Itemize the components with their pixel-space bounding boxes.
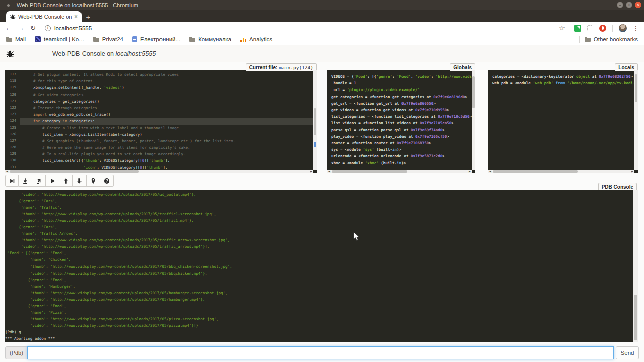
where-button[interactable] (87, 175, 100, 187)
scroll-right-icon[interactable]: ▶ (630, 170, 634, 173)
pdb-command-input[interactable] (27, 346, 614, 359)
code-text: for category in categories: (20, 118, 313, 124)
code-line: 130 list_item.setArt({'thumb': VIDEOS[ca… (5, 157, 313, 164)
back-icon[interactable]: ← (5, 25, 12, 31)
up-button[interactable] (59, 175, 73, 187)
scroll-left-icon[interactable]: ◀ (488, 170, 492, 173)
line-number: 131 (5, 164, 20, 170)
console-line: 'video': 'http://www.vidsplay.com/wp-con… (5, 243, 633, 250)
code-line: 127 # Set graphics (thumbnail, fanart, b… (5, 138, 313, 144)
locals-line: categories = <dictionary-keyiterator obj… (488, 73, 634, 80)
reload-icon[interactable]: ↻ (30, 25, 36, 31)
scrollbar-thumb[interactable] (634, 295, 637, 340)
step-into-button[interactable] (19, 175, 32, 187)
url-text[interactable]: localhost:5555 (54, 25, 92, 31)
scroll-left-icon[interactable]: ◀ (5, 170, 9, 173)
code-horizontal-scrollbar[interactable]: ◀ ▶ (5, 170, 313, 173)
minimize-button[interactable]: – (617, 2, 623, 8)
console-line: {'genre': 'Food', (5, 277, 633, 283)
code-line: 129 # In a real-life plugin you need to … (5, 151, 313, 157)
code-line: 119 xbmcplugin.setContent(_handle, 'vide… (5, 84, 313, 91)
globals-line: get_url = <function get_url at 0x7f9e6a8… (327, 100, 472, 107)
continue-button[interactable] (46, 175, 59, 187)
tab-title: Web-PDB Console on loca (18, 14, 72, 20)
site-info-icon[interactable]: i (45, 25, 51, 31)
globals-vertical-scrollbar[interactable] (472, 70, 475, 170)
close-button[interactable]: × (635, 2, 641, 8)
line-number: 121 (5, 98, 20, 105)
step-out-button[interactable] (32, 175, 46, 187)
locals-panel: Locals categories = <dictionary-keyitera… (488, 70, 638, 173)
send-button[interactable]: Send (616, 346, 639, 359)
line-number: 118 (5, 78, 20, 84)
up-icon (63, 178, 69, 184)
globals-line: parse_qsl = <function parse_qsl at 0x7f9… (327, 127, 472, 133)
extension-icon-red[interactable] (599, 25, 606, 32)
scrollbar-thumb[interactable] (314, 108, 316, 135)
scroll-left-icon[interactable]: ◀ (327, 170, 331, 173)
scrollbar-thumb[interactable] (493, 170, 578, 173)
down-button[interactable] (73, 175, 87, 187)
bookmark-item[interactable]: Коммуналка (189, 36, 231, 42)
bookmark-item[interactable]: teamkodi | Ko... (35, 36, 84, 42)
bookmarks-list: Mailteamkodi | Ko...Privat24Електронний.… (6, 36, 272, 42)
step-next-button[interactable] (5, 175, 19, 187)
profile-avatar[interactable] (619, 24, 627, 32)
current-file-name: main.py(124) (279, 65, 313, 70)
globals-line: urlencode = <function urlencode at 0x7f9… (327, 153, 472, 159)
locals-horizontal-scrollbar[interactable]: ◀ ▶ (488, 170, 634, 173)
help-button[interactable] (100, 175, 114, 187)
extension-icon-green[interactable] (574, 25, 581, 32)
page-header: Web-PDB Console on localhost:5555 (0, 45, 644, 62)
console-line: 'thumb': 'http://www.vidsplay.com/wp-con… (5, 211, 633, 217)
globals-line: _handle = 1 (327, 80, 472, 86)
bookmark-item[interactable]: Електронний... (132, 36, 180, 42)
locals-vertical-scrollbar[interactable] (634, 70, 638, 170)
console-line: 'video': 'http://www.vidsplay.com/wp-con… (5, 191, 633, 198)
bookmark-star-icon[interactable]: ☆ (559, 24, 565, 32)
step-out-icon (36, 178, 42, 184)
globals-horizontal-scrollbar[interactable]: ◀ ▶ (327, 170, 472, 173)
new-tab-button[interactable]: + (82, 12, 95, 22)
console-vertical-scrollbar[interactable] (633, 190, 638, 342)
globals-line: play_video = <function play_video at 0x7… (327, 133, 472, 140)
bug-icon (6, 50, 14, 58)
page-title: Web-PDB Console on localhost:5555 (52, 50, 156, 57)
forward-icon[interactable]: → (18, 25, 24, 31)
extension-icon-gray[interactable] (587, 25, 593, 31)
code-text: list_item = xbmcgui.ListItem(label=categ… (20, 131, 313, 138)
globals-tab: Globals (450, 63, 475, 71)
console-line: (Pdb) q (5, 329, 633, 335)
console-line: 'name': 'Chicken', (5, 256, 633, 263)
line-number: 120 (5, 92, 20, 98)
scrollbar-thumb[interactable] (332, 170, 407, 173)
other-bookmarks-button[interactable]: Other bookmarks (585, 36, 638, 42)
scrollbar-thumb[interactable] (635, 74, 637, 102)
url-omnibox[interactable]: i localhost:5555 ☆ (42, 24, 568, 33)
browser-menu-icon[interactable]: ⋮ (633, 25, 639, 32)
bookmark-item[interactable]: Analytics (240, 36, 272, 42)
code-line: 117 # Set plugin content. It allows Kodi… (5, 71, 313, 78)
scrollbar-thumb[interactable] (472, 76, 475, 108)
scroll-right-icon[interactable]: ▶ (309, 170, 313, 173)
bookmark-label: Електронний... (140, 36, 180, 42)
console-line: 'name': 'Traffic', (5, 204, 633, 211)
code-line: 123 import web_pdb;web_pdb.set_trace() (5, 111, 313, 118)
line-number: 117 (5, 71, 20, 78)
scroll-right-icon[interactable]: ▶ (468, 170, 472, 173)
tab-close-icon[interactable]: × (74, 13, 78, 20)
line-number: 129 (5, 151, 20, 157)
bookmarks-bar: Mailteamkodi | Ko...Privat24Електронний.… (0, 34, 644, 45)
scrollbar-thumb[interactable] (10, 170, 139, 173)
bookmark-item[interactable]: Mail (6, 36, 26, 42)
bookmark-item[interactable]: Privat24 (93, 36, 123, 42)
maximize-button[interactable]: ▫ (626, 2, 632, 8)
code-vertical-scrollbar[interactable] (313, 70, 317, 170)
folder-icon (585, 38, 591, 42)
line-number: 123 (5, 111, 20, 118)
code-text: # Get video categories (20, 92, 313, 98)
globals-line: router = <function router at 0x7f9e71068… (327, 140, 472, 146)
code-text: # Set plugin content. It allows Kodi to … (20, 71, 313, 78)
line-number: 124 (5, 118, 20, 124)
browser-tab[interactable]: Web-PDB Console on loca × (6, 11, 82, 22)
